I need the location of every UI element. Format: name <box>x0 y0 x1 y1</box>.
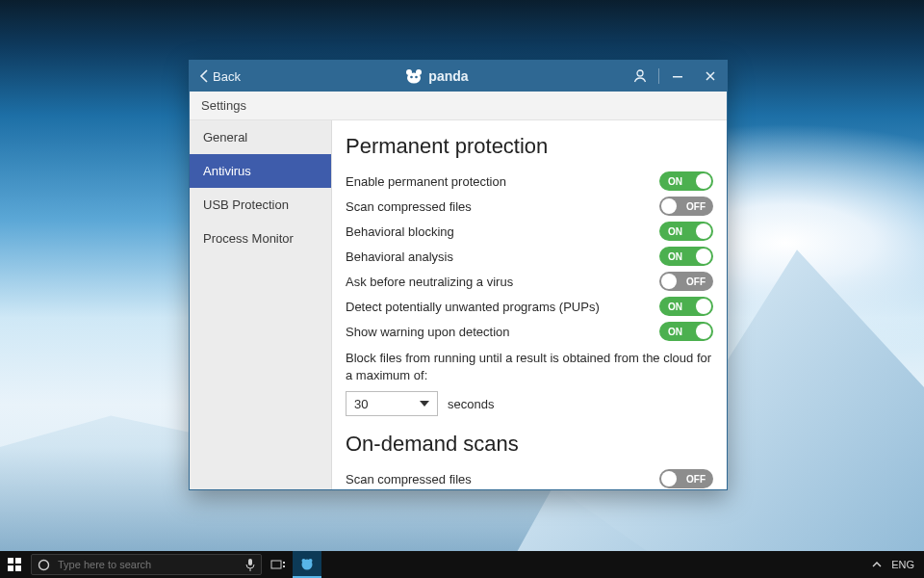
desktop-wallpaper: Back panda <box>0 0 924 578</box>
perm-label: Enable permanent protection <box>346 174 659 189</box>
cortana-icon <box>38 559 50 571</box>
svg-point-4 <box>416 76 419 79</box>
sidebar-item-label: Antivirus <box>203 164 251 178</box>
back-button[interactable]: Back <box>190 61 250 92</box>
ondemand-row: Scan compressed filesOFF <box>346 466 713 489</box>
close-button[interactable] <box>694 61 727 92</box>
perm-label: Scan compressed files <box>346 199 659 214</box>
panda-logo-icon <box>405 68 423 84</box>
sidebar-item-usb[interactable]: USB Protection <box>190 188 331 222</box>
perm-row: Ask before neutralizing a virusOFF <box>346 269 713 294</box>
svg-rect-10 <box>15 565 21 571</box>
tray-chevron-up-icon[interactable] <box>872 561 882 568</box>
subheader-title: Settings <box>201 98 246 113</box>
titlebar-separator <box>658 68 659 84</box>
subheader: Settings <box>190 92 727 120</box>
minimize-button[interactable] <box>661 61 694 92</box>
tray-language[interactable]: ENG <box>891 559 914 570</box>
caret-down-icon <box>420 401 429 407</box>
svg-rect-9 <box>8 565 13 571</box>
ondemand-toggle[interactable]: OFF <box>659 469 713 488</box>
titlebar: Back panda <box>190 61 727 92</box>
perm-label: Ask before neutralizing a virus <box>346 275 659 289</box>
svg-point-11 <box>39 560 49 569</box>
search-input[interactable] <box>58 559 238 570</box>
perm-row: Scan compressed filesOFF <box>346 194 713 219</box>
perm-toggle[interactable]: OFF <box>659 272 713 291</box>
block-files-text: Block files from running until a result … <box>346 350 713 383</box>
perm-label: Detect potentially unwanted programs (PU… <box>346 300 659 314</box>
windows-icon <box>8 558 21 571</box>
svg-rect-7 <box>8 558 13 564</box>
panda-window: Back panda <box>189 60 728 490</box>
task-view-button[interactable] <box>264 551 293 578</box>
perm-row: Show warning upon detectionON <box>346 319 713 344</box>
svg-rect-15 <box>283 565 285 567</box>
sidebar-item-label: General <box>203 130 247 144</box>
taskbar-search[interactable] <box>31 554 262 575</box>
perm-label: Behavioral analysis <box>346 250 659 264</box>
minimize-icon <box>672 70 683 82</box>
sidebar-item-general[interactable]: General <box>190 120 331 154</box>
svg-rect-12 <box>248 559 252 565</box>
settings-panel[interactable]: Permanent protection Enable permanent pr… <box>332 120 727 489</box>
start-button[interactable] <box>0 551 29 578</box>
sidebar-item-process[interactable]: Process Monitor <box>190 222 331 255</box>
sidebar-item-antivirus[interactable]: Antivirus <box>190 154 331 188</box>
block-timeout-value: 30 <box>354 397 368 411</box>
perm-toggle[interactable]: ON <box>659 171 713 191</box>
svg-rect-14 <box>283 562 285 564</box>
perm-toggle[interactable]: ON <box>659 222 713 241</box>
user-icon <box>632 68 648 84</box>
back-label: Back <box>213 69 241 84</box>
svg-rect-13 <box>271 561 281 568</box>
mic-icon[interactable] <box>245 558 255 571</box>
svg-point-5 <box>637 70 643 76</box>
perm-label: Show warning upon detection <box>346 325 659 339</box>
svg-rect-6 <box>673 76 682 78</box>
taskbar: ENG <box>0 551 924 578</box>
block-timeout-dropdown[interactable]: 30 <box>346 391 438 416</box>
perm-toggle[interactable]: ON <box>659 297 713 316</box>
block-timeout-unit: seconds <box>448 397 494 411</box>
svg-point-17 <box>302 559 306 563</box>
sidebar-item-label: USB Protection <box>203 197 289 212</box>
ondemand-label: Scan compressed files <box>346 472 659 486</box>
svg-point-18 <box>309 559 313 563</box>
perm-label: Behavioral blocking <box>346 224 659 239</box>
panda-taskbar-icon <box>299 557 315 570</box>
svg-point-3 <box>411 76 414 79</box>
section-heading-permanent: Permanent protection <box>346 134 713 159</box>
taskbar-app-panda[interactable] <box>293 551 321 578</box>
brand-text: panda <box>428 68 468 84</box>
svg-rect-8 <box>15 558 21 564</box>
sidebar-item-label: Process Monitor <box>203 231 294 246</box>
svg-point-2 <box>407 73 421 84</box>
perm-toggle[interactable]: OFF <box>659 197 713 216</box>
perm-row: Behavioral analysisON <box>346 244 713 269</box>
section-heading-ondemand: On-demand scans <box>346 432 713 457</box>
perm-row: Enable permanent protectionON <box>346 169 713 194</box>
perm-toggle[interactable]: ON <box>659 322 713 341</box>
system-tray: ENG <box>862 559 924 570</box>
account-button[interactable] <box>624 61 656 92</box>
close-icon <box>705 70 716 82</box>
task-view-icon <box>270 559 286 570</box>
chevron-left-icon <box>199 69 209 83</box>
perm-row: Behavioral blockingON <box>346 219 713 244</box>
sidebar: General Antivirus USB Protection Process… <box>190 120 332 489</box>
perm-toggle[interactable]: ON <box>659 247 713 266</box>
perm-row: Detect potentially unwanted programs (PU… <box>346 294 713 319</box>
brand: panda <box>250 68 624 84</box>
